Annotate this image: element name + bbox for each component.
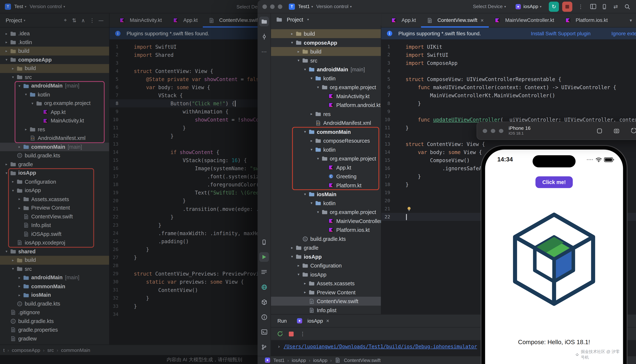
chevron-down-icon[interactable]: ▾ bbox=[315, 156, 321, 160]
chevron-right-icon[interactable]: ▸ bbox=[302, 290, 308, 294]
tree-row[interactable]: ▸Assets.xcassets bbox=[0, 195, 109, 203]
more-v-icon[interactable]: ⋮ bbox=[298, 329, 307, 339]
tree-row[interactable]: ▸iosMain bbox=[0, 291, 109, 299]
run-tab-iosapp[interactable]: iosApp × bbox=[296, 318, 329, 324]
tree-row[interactable]: ▸build bbox=[271, 47, 381, 56]
tab-list-chevron-icon[interactable]: ▾ bbox=[630, 18, 636, 23]
device-icon[interactable] bbox=[259, 237, 269, 247]
tree-row[interactable]: iosApp.xcodeproj bbox=[0, 238, 109, 247]
project-menu[interactable]: Test1▾ bbox=[298, 4, 313, 10]
breadcrumb-item[interactable]: iosApp bbox=[312, 358, 328, 362]
iphone-screen[interactable]: 14:34 •••• Click me! bbox=[485, 150, 623, 364]
tree-row[interactable]: ▸Preview Content bbox=[0, 204, 109, 212]
tree-row[interactable]: ▾src bbox=[271, 56, 381, 65]
tree-row[interactable]: ▾composeApp bbox=[0, 55, 109, 64]
chevron-right-icon[interactable]: ▸ bbox=[3, 32, 10, 36]
chevron-down-icon[interactable]: ▾ bbox=[3, 250, 10, 254]
tree-row[interactable]: Gbuild.gradle.kts bbox=[0, 299, 109, 308]
tree-row[interactable]: ▾org.example.project bbox=[271, 208, 381, 216]
tree-row[interactable]: ▾iosApp bbox=[271, 270, 381, 279]
window-zoom-icon[interactable] bbox=[278, 4, 282, 9]
chevron-down-icon[interactable]: ▾ bbox=[10, 188, 16, 192]
code-line[interactable]: 6 func makeUIViewController(context: Con… bbox=[381, 83, 636, 91]
tree-row[interactable]: ▾org.example.project bbox=[271, 154, 381, 163]
breadcrumb-item[interactable]: composeApp bbox=[11, 347, 41, 353]
tree-row[interactable]: App.kt bbox=[271, 163, 381, 172]
breadcrumb-item[interactable]: src bbox=[47, 347, 55, 353]
tree-row[interactable]: App.kt bbox=[0, 108, 109, 116]
chevron-right-icon[interactable]: ▸ bbox=[3, 40, 10, 44]
panel-title[interactable]: Project bbox=[287, 16, 303, 22]
chevron-down-icon[interactable]: ▾ bbox=[302, 192, 308, 196]
tree-row[interactable]: Platform.android.kt bbox=[271, 100, 381, 110]
chevron-down-icon[interactable]: ▾ bbox=[315, 210, 321, 214]
tree-row[interactable]: ▸.kotlin bbox=[0, 38, 109, 46]
tree-row[interactable]: ▾iosApp bbox=[271, 252, 381, 261]
code-line[interactable]: 7 MainViewControllerKt.MainViewControlle… bbox=[381, 91, 636, 99]
sim-close-icon[interactable] bbox=[483, 129, 487, 133]
tree-row[interactable]: ▾composeApp bbox=[271, 38, 381, 47]
editor-tab[interactable]: App.kt bbox=[385, 14, 421, 28]
breadcrumb-item[interactable]: t bbox=[3, 347, 5, 353]
chevron-right-icon[interactable]: ▸ bbox=[16, 197, 23, 201]
project-menu[interactable]: Test▾ bbox=[14, 4, 26, 10]
tree-row[interactable]: MainViewController.kt bbox=[271, 216, 381, 226]
stop-icon[interactable] bbox=[286, 329, 296, 339]
info-circle-icon[interactable] bbox=[259, 312, 269, 322]
globe-icon[interactable] bbox=[259, 282, 269, 292]
chevron-down-icon[interactable]: ▾ bbox=[302, 130, 308, 134]
tree-row[interactable]: ▾iosApp bbox=[0, 186, 109, 195]
tree-row[interactable]: ▾kotlin bbox=[271, 145, 381, 154]
chevron-down-icon[interactable]: ▾ bbox=[23, 92, 29, 96]
chevron-down-icon[interactable]: ▾ bbox=[295, 272, 302, 276]
git-branch-icon[interactable] bbox=[259, 342, 269, 352]
kebab-menu-icon[interactable]: ⋮ bbox=[576, 4, 586, 10]
todo-icon[interactable] bbox=[259, 267, 269, 277]
editor-tab[interactable]: Platform.ios.kt bbox=[559, 14, 613, 28]
editor-tab[interactable]: MainActivity.kt bbox=[114, 13, 167, 28]
panel-title[interactable]: Project bbox=[6, 17, 22, 23]
code-line[interactable]: 4 bbox=[381, 67, 636, 75]
search-icon[interactable] bbox=[623, 2, 631, 10]
chevron-right-icon[interactable]: ▸ bbox=[289, 246, 295, 250]
collapse-icon[interactable]: ∧ bbox=[79, 16, 87, 24]
breadcrumb-item[interactable]: Test1 bbox=[263, 358, 285, 362]
tree-row[interactable]: ▾org.example.project bbox=[271, 83, 381, 92]
tree-row[interactable]: gradle.properties bbox=[0, 326, 109, 334]
click-me-button[interactable]: Click me! bbox=[535, 176, 573, 188]
tree-row[interactable]: ▾commonMain bbox=[271, 127, 381, 136]
chevron-down-icon[interactable]: ▾ bbox=[10, 267, 16, 271]
chevron-right-icon[interactable]: ▸ bbox=[308, 138, 315, 143]
tree-row[interactable]: CGreeting bbox=[271, 172, 381, 181]
buildbox-icon[interactable] bbox=[259, 297, 269, 307]
code-line[interactable]: 3import ComposeApp bbox=[381, 59, 636, 67]
breadcrumb-item[interactable]: ContentView.swift bbox=[334, 358, 382, 362]
rerun-icon[interactable] bbox=[275, 329, 285, 339]
editor-tab[interactable]: ContentView.swift× bbox=[421, 14, 489, 28]
updown-icon[interactable]: ⇅ bbox=[70, 16, 78, 24]
code-line[interactable]: 5struct ComposeView: UIViewControllerRep… bbox=[381, 75, 636, 83]
chevron-down-icon[interactable]: ▾ bbox=[315, 85, 321, 89]
ignore-extensions-link[interactable]: Ignore extensions bbox=[611, 30, 636, 36]
tree-row[interactable]: ▸Configuration bbox=[0, 178, 109, 186]
stop-button[interactable] bbox=[562, 2, 572, 12]
expand-chevron-icon[interactable]: › bbox=[277, 344, 280, 350]
vcs-menu[interactable]: Version control▾ bbox=[30, 4, 65, 10]
tree-row[interactable]: ▸commonMain[main] bbox=[0, 142, 109, 151]
chevron-down-icon[interactable]: ▾ bbox=[289, 254, 295, 259]
tree-row[interactable]: iOSApp.swift bbox=[0, 230, 109, 238]
tree-row[interactable]: ▾src bbox=[0, 264, 109, 273]
chevron-right-icon[interactable]: ▸ bbox=[16, 293, 23, 297]
tree-row[interactable]: ▾kotlin bbox=[0, 90, 109, 99]
sim-shot-icon[interactable] bbox=[612, 126, 621, 136]
chevron-down-icon[interactable]: ▾ bbox=[308, 148, 315, 152]
tree-row[interactable]: ▾iosMain bbox=[271, 190, 381, 199]
tree-row[interactable]: Info.plist bbox=[0, 221, 109, 230]
sim-rotate-icon[interactable] bbox=[629, 126, 636, 136]
tree-row[interactable]: Gbuild.gradle.kts bbox=[0, 151, 109, 160]
tree-row[interactable]: ▸gradle bbox=[0, 160, 109, 168]
tree-row[interactable]: MainActivity.kt bbox=[0, 116, 109, 125]
chevron-right-icon[interactable]: ▸ bbox=[16, 206, 23, 210]
project-icon[interactable] bbox=[259, 16, 269, 26]
tree-row[interactable]: ▸Preview Content bbox=[271, 288, 381, 297]
